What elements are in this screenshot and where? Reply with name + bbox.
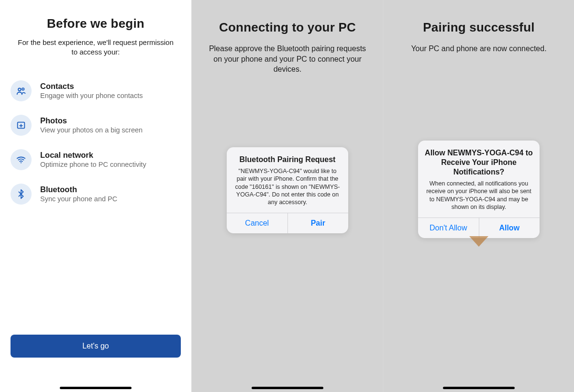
- permission-item-local-network: Local network Optimize phone to PC conne…: [11, 149, 181, 170]
- permission-desc: Optimize phone to PC connectivity: [40, 161, 146, 168]
- connecting-screen: Connecting to your PC Please approve the…: [191, 0, 383, 392]
- permissions-screen: Before we begin For the best experience,…: [0, 0, 191, 392]
- allow-button[interactable]: Allow: [479, 218, 540, 238]
- permission-item-photos: Photos View your photos on a big screen: [11, 115, 181, 136]
- permission-list: Contacts Engage with your phone contacts…: [11, 80, 181, 205]
- permission-desc: Sync your phone and PC: [40, 195, 117, 203]
- svg-marker-4: [469, 236, 488, 247]
- alert-message: "NEWMYS-YOGA-C94" would like to pair wit…: [233, 167, 342, 206]
- alert-title: Allow NEWMYS-YOGA-C94 to Receive Your iP…: [425, 148, 533, 177]
- page-title: Pairing successful: [384, 3, 574, 35]
- dont-allow-button[interactable]: Don't Allow: [418, 218, 479, 238]
- alert-message: When connected, all notifications you re…: [425, 180, 533, 211]
- permission-desc: Engage with your phone contacts: [40, 92, 143, 99]
- home-indicator[interactable]: [60, 387, 132, 389]
- notifications-permission-alert: Allow NEWMYS-YOGA-C94 to Receive Your iP…: [418, 141, 540, 238]
- pair-button[interactable]: Pair: [287, 213, 349, 233]
- page-subtitle: For the best experience, we'll request p…: [11, 38, 181, 57]
- cancel-button[interactable]: Cancel: [227, 213, 287, 233]
- permission-title: Contacts: [40, 82, 143, 91]
- pairing-successful-screen: Pairing successful Your PC and phone are…: [383, 0, 574, 392]
- page-subtitle: Please approve the Bluetooth pairing req…: [192, 44, 383, 75]
- permission-item-contacts: Contacts Engage with your phone contacts: [11, 80, 181, 101]
- bluetooth-pairing-alert: Bluetooth Pairing Request "NEWMYS-YOGA-C…: [227, 147, 348, 233]
- permission-item-bluetooth: Bluetooth Sync your phone and PC: [11, 184, 181, 205]
- page-title: Before we begin: [11, 16, 181, 31]
- permission-title: Photos: [40, 116, 143, 125]
- permission-title: Local network: [40, 151, 146, 160]
- permission-title: Bluetooth: [40, 185, 117, 194]
- svg-point-1: [22, 88, 24, 90]
- svg-point-0: [18, 88, 21, 91]
- bluetooth-icon: [11, 184, 32, 205]
- wifi-icon: [11, 149, 32, 170]
- svg-point-3: [21, 162, 22, 163]
- contacts-icon: [11, 80, 32, 101]
- chevron-down-icon: [469, 236, 488, 247]
- photos-icon: [11, 115, 32, 136]
- page-title: Connecting to your PC: [192, 3, 383, 35]
- lets-go-button[interactable]: Let's go: [11, 335, 181, 358]
- home-indicator[interactable]: [443, 387, 515, 389]
- alert-title: Bluetooth Pairing Request: [233, 155, 342, 164]
- page-subtitle: Your PC and phone are now connected.: [384, 44, 574, 54]
- permission-desc: View your photos on a big screen: [40, 126, 143, 134]
- home-indicator[interactable]: [252, 387, 323, 389]
